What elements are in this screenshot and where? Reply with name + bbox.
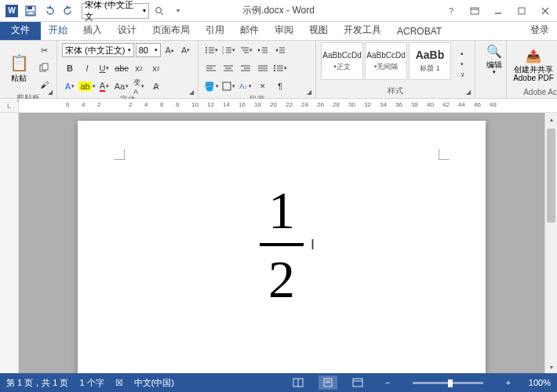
phonetic-guide-button[interactable]: 变A [131,78,147,94]
decrease-indent-button[interactable] [255,42,271,58]
group-styles: AaBbCcDd •正文 AaBbCcDd •无间隔 AaBb 标题 1 ▴ ▾… [316,41,475,98]
svg-rect-1 [27,6,32,9]
ruler-tick: 24 [301,101,308,108]
styles-scroll-down[interactable]: ▾ [454,59,470,70]
cut-button[interactable]: ✂ [36,42,52,58]
editing-button[interactable]: 🔍 编辑 ▾ [480,42,508,77]
tab-design[interactable]: 设计 [110,20,144,40]
zoom-in-button[interactable]: + [499,376,518,390]
change-case-button[interactable]: Aa [114,78,129,94]
horizontal-ruler[interactable]: 6422468101214161820222426283032343638404… [19,99,557,112]
shading-button[interactable]: 🪣 [203,78,219,94]
font-name-combo[interactable]: 宋体 (中文正文)▾ [62,43,134,57]
bold-button[interactable]: B [62,60,78,76]
maximize-button[interactable] [510,2,533,20]
tab-review[interactable]: 审阅 [267,20,301,40]
document-page[interactable]: 1 2 I [78,121,486,373]
status-zoom[interactable]: 100% [529,378,551,387]
equation-fraction[interactable]: 1 2 I [260,183,304,306]
view-print-layout[interactable] [319,376,337,390]
qat-font-combo[interactable]: 宋体 (中文正文▾ [82,3,149,19]
document-scroll[interactable]: 1 2 I [19,113,544,373]
ruler-tick: 44 [458,101,465,108]
status-page[interactable]: 第 1 页，共 1 页 [6,377,68,389]
style-heading-1[interactable]: AaBb 标题 1 [409,42,451,80]
paragraph-dialog-launcher[interactable]: ◢ [304,87,314,96]
tab-references[interactable]: 引用 [198,20,232,40]
font-dialog-launcher[interactable]: ◢ [187,87,196,96]
strikethrough-button[interactable]: abc [114,60,129,76]
styles-more-button[interactable]: ⊻ [454,70,470,81]
show-marks-button[interactable]: ¶ [272,78,288,94]
status-language[interactable]: 中文(中国) [134,377,174,389]
shrink-font-button[interactable]: A▾ [178,42,193,58]
tab-developer[interactable]: 开发工具 [336,20,389,40]
align-left-button[interactable] [203,60,219,76]
asian-layout-button[interactable]: ✕ [255,78,271,94]
status-word-count[interactable]: 1 个字 [79,377,104,389]
qat-customize-button[interactable]: ▾ [169,2,187,20]
scroll-thumb[interactable] [547,129,555,223]
create-share-pdf-button[interactable]: 📤 创建并共享Adobe PDF [511,42,555,88]
tab-mailings[interactable]: 邮件 [232,20,267,40]
bullets-button[interactable] [203,42,219,58]
style-no-spacing[interactable]: AaBbCcDd •无间隔 [365,42,407,80]
status-proofing-icon[interactable]: ☒ [115,378,123,388]
zoom-slider[interactable] [413,382,483,384]
svg-point-13 [206,47,207,49]
login-link[interactable]: 登录 [522,20,557,40]
tab-file[interactable]: 文件 [0,20,41,40]
save-button[interactable] [22,2,39,20]
zoom-slider-handle[interactable] [448,379,453,387]
multilevel-list-button[interactable] [238,42,253,58]
close-button[interactable] [533,2,557,20]
scroll-down-arrow[interactable]: ▾ [545,361,557,373]
tab-acrobat[interactable]: ACROBAT [389,23,450,40]
tab-layout[interactable]: 页面布局 [144,20,198,40]
view-read-mode[interactable] [289,376,308,390]
clear-formatting-button[interactable]: A̷ [148,78,164,94]
paste-button[interactable]: 📋 粘贴 [5,42,33,93]
font-color-button[interactable]: A [96,78,112,94]
numbering-button[interactable]: 123 [220,42,236,58]
qat-search-button[interactable] [151,2,168,20]
styles-dialog-launcher[interactable]: ◢ [464,87,473,96]
minimize-button[interactable] [486,2,510,20]
tab-home[interactable]: 开始 [41,20,75,40]
help-button[interactable]: ? [439,2,463,20]
redo-button[interactable] [60,2,77,20]
copy-button[interactable] [36,60,52,75]
text-effects-button[interactable]: A [62,78,78,94]
align-center-button[interactable] [220,60,236,76]
find-icon: 🔍 [486,44,502,59]
ruler-tick: 26 [317,101,324,108]
zoom-out-button[interactable]: − [378,376,397,390]
font-size-combo[interactable]: 80▾ [136,43,161,57]
vertical-ruler[interactable] [0,113,19,373]
styles-scroll-up[interactable]: ▴ [454,48,470,59]
app-icon[interactable]: W [3,2,20,20]
line-spacing-button[interactable] [272,60,288,76]
undo-button[interactable] [41,2,58,20]
ribbon: 📋 粘贴 ✂ 🖌 剪贴板 ◢ 宋体 (中文正文)▾ 80▾ A▴ A▾ B I … [0,41,557,99]
borders-button[interactable] [220,78,236,94]
clipboard-dialog-launcher[interactable]: ◢ [46,87,55,96]
ribbon-display-button[interactable] [463,2,486,20]
align-right-button[interactable] [238,60,253,76]
ruler-tick: 16 [238,101,246,108]
tab-view[interactable]: 视图 [301,20,336,40]
italic-button[interactable]: I [79,60,95,76]
subscript-button[interactable]: x2 [131,60,147,76]
view-web-layout[interactable] [348,376,367,390]
increase-indent-button[interactable] [272,42,288,58]
scroll-up-arrow[interactable]: ▴ [545,113,557,125]
style-normal[interactable]: AaBbCcDd •正文 [321,42,363,80]
superscript-button[interactable]: x2 [148,60,164,76]
highlight-button[interactable]: ab [79,78,95,94]
grow-font-button[interactable]: A▴ [162,42,177,58]
tab-insert[interactable]: 插入 [75,20,110,40]
justify-button[interactable] [255,60,271,76]
sort-button[interactable]: A↓ [238,78,253,94]
vertical-scrollbar[interactable]: ▴ ▾ [544,113,557,373]
underline-button[interactable]: U [96,60,112,76]
